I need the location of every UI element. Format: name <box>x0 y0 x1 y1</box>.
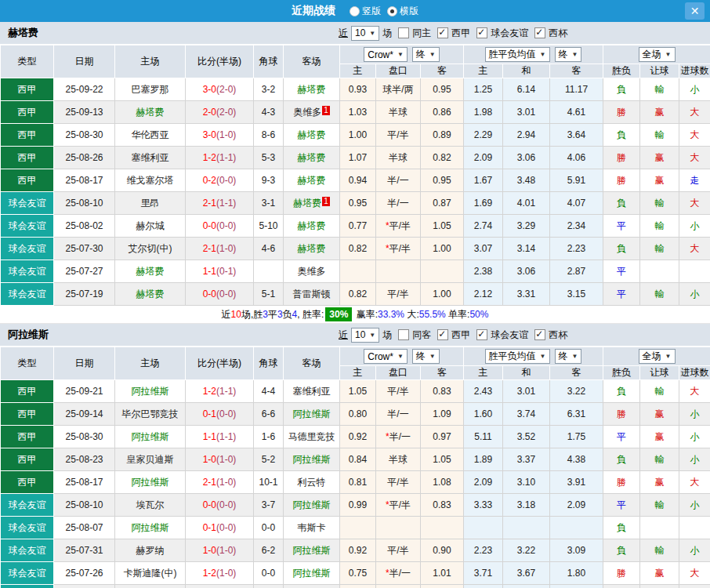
match-type: 西甲 <box>1 426 54 448</box>
col-mean-away: 客 <box>550 366 603 380</box>
mean-away: 2.87 <box>550 260 603 283</box>
result-goals: 小 <box>679 283 710 306</box>
home-odds: 0.77 <box>340 215 376 238</box>
col-home: 主场 <box>115 45 186 78</box>
away-team: 赫塔费 <box>284 78 340 101</box>
laliga-checkbox[interactable] <box>437 329 448 340</box>
match-type: 西甲 <box>1 124 54 147</box>
result-wdl: 負 <box>603 78 640 101</box>
match-date: 25-08-07 <box>54 517 115 539</box>
final-mean-select[interactable]: 终▼ <box>555 47 582 62</box>
match-score: 1-1(1-1) <box>186 426 254 448</box>
result-wdl: 勝 <box>603 403 640 426</box>
away-team: 塞维利亚 <box>284 380 340 403</box>
full-match-select[interactable]: 全场▼ <box>639 47 676 62</box>
laliga-checkbox[interactable] <box>437 27 448 38</box>
corner-score: 3-2 <box>254 78 284 101</box>
corner-score: 6-5 <box>254 585 284 588</box>
recent-link[interactable]: 近 <box>339 27 348 40</box>
away-team: 奥维多1 <box>284 101 340 124</box>
copa-checkbox[interactable] <box>534 27 545 38</box>
copa-checkbox[interactable] <box>534 329 545 340</box>
mean-away: 3.64 <box>550 124 603 147</box>
match-row: 西甲25-08-26塞维利亚1-2(1-1)5-3赫塔费1.07半球0.822.… <box>1 147 710 169</box>
col-goals: 进球数 <box>679 366 710 380</box>
match-score: 3-0(2-0) <box>186 78 254 101</box>
final-mean-select[interactable]: 终▼ <box>555 349 582 364</box>
vertical-layout-radio[interactable] <box>350 6 360 16</box>
games-count-select[interactable]: 10▼ <box>351 26 379 41</box>
home-team: 巴塞罗那 <box>115 78 186 101</box>
mean-home: 2.09 <box>464 471 503 494</box>
mean-draw: 3.01 <box>503 380 550 403</box>
home-team: 赫尔城 <box>115 215 186 238</box>
result-handicap: 赢 <box>640 147 679 169</box>
match-type: 球会友谊 <box>1 562 54 585</box>
corner-score: 10-1 <box>254 471 284 494</box>
result-wdl: 勝 <box>603 585 640 588</box>
home-odds: 1.05 <box>340 380 376 403</box>
match-date: 25-09-22 <box>54 78 115 101</box>
section-header-alaves: 阿拉维斯 近 10▼ 场 同客 西甲 球会友谊 西杯 <box>0 324 710 347</box>
panel-title: 近期战绩 <box>292 4 335 18</box>
col-handicap: 盘口 <box>376 366 421 380</box>
result-goals: 小 <box>679 494 710 517</box>
friendly-label: 球会友谊 <box>491 328 528 342</box>
mean-draw: 3.14 <box>503 238 550 260</box>
result-wdl: 負 <box>603 192 640 215</box>
home-team: 里昂 <box>115 192 186 215</box>
result-goals: 小 <box>679 426 710 448</box>
away-team: 阿拉维斯 <box>284 403 340 426</box>
home-team: 阿拉维斯 <box>115 517 186 539</box>
away-odds: 0.90 <box>421 539 464 562</box>
away-team: 阿拉维斯 <box>284 562 340 585</box>
col-handicap-result: 让球 <box>640 64 679 78</box>
result-handicap <box>640 517 679 539</box>
handicap: 球半/两 <box>376 78 421 101</box>
same-home-checkbox[interactable] <box>398 27 409 38</box>
result-goals <box>679 517 710 539</box>
home-team: 艾尔切(中) <box>115 238 186 260</box>
mean-away: 4.07 <box>550 192 603 215</box>
horizontal-layout-radio[interactable] <box>387 6 397 16</box>
mean-home: 3.71 <box>464 562 503 585</box>
recent-link[interactable]: 近 <box>339 328 348 342</box>
away-odds: 1.08 <box>421 471 464 494</box>
home-odds: 0.99 <box>340 494 376 517</box>
away-odds: 1.00 <box>421 238 464 260</box>
titlebar: 近期战绩 竖版 横版 ✕ <box>0 0 710 22</box>
same-away-checkbox[interactable] <box>398 329 409 340</box>
final-odds-select[interactable]: 终▼ <box>412 349 440 364</box>
corner-score: 4-4 <box>254 380 284 403</box>
bookmaker-select[interactable]: Crow*▼ <box>364 47 408 62</box>
match-date: 25-07-19 <box>54 283 115 306</box>
handicap: 平/半 <box>376 124 421 147</box>
laliga-label: 西甲 <box>451 328 470 342</box>
away-odds: 0.86 <box>421 101 464 124</box>
match-date: 25-08-30 <box>54 426 115 448</box>
result-goals: 小 <box>679 539 710 562</box>
full-match-select[interactable]: 全场▼ <box>639 349 676 364</box>
match-score: 2-1(1-1) <box>186 192 254 215</box>
match-row: 西甲25-08-30阿拉维斯1-1(1-1)1-6马德里竞技0.92*半/一0.… <box>1 426 710 448</box>
friendly-checkbox[interactable] <box>476 27 487 38</box>
bookmaker-select[interactable]: Crow*▼ <box>364 349 408 364</box>
result-wdl: 平 <box>603 283 640 306</box>
handicap: 半/一 <box>376 192 421 215</box>
filters: 近 10▼ 场 同主 西甲 球会友谊 西杯 <box>339 22 567 44</box>
result-goals <box>679 260 710 283</box>
away-odds: 0.95 <box>421 169 464 192</box>
close-icon[interactable]: ✕ <box>685 2 705 20</box>
result-handicap: 赢 <box>640 562 679 585</box>
mean-draw: 2.94 <box>503 124 550 147</box>
mean-odds-select[interactable]: 胜平负均值▼ <box>485 349 550 364</box>
match-row: 球会友谊25-07-31赫罗纳1-0(1-0)6-2阿拉维斯0.92平/半0.9… <box>1 539 710 562</box>
final-odds-select[interactable]: 终▼ <box>412 47 440 62</box>
friendly-checkbox[interactable] <box>476 329 487 340</box>
result-handicap: 赢 <box>640 471 679 494</box>
mean-away: 2.09 <box>550 494 603 517</box>
match-date: 25-08-30 <box>54 124 115 147</box>
mean-odds-select[interactable]: 胜平负均值▼ <box>485 47 550 62</box>
games-count-select[interactable]: 10▼ <box>351 328 379 343</box>
result-goals: 大 <box>679 562 710 585</box>
